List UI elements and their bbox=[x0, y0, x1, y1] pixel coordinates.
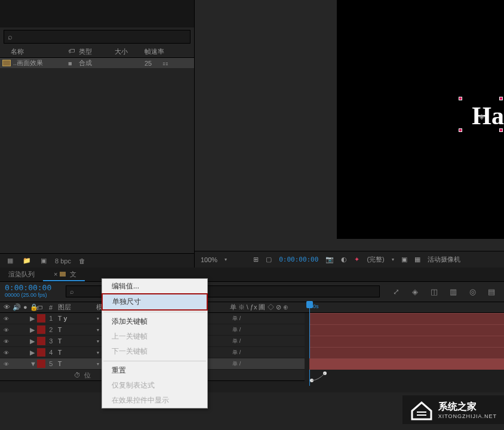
name-column[interactable]: 图层 bbox=[56, 303, 91, 312]
tab-render-queue[interactable]: 渲染队列 bbox=[0, 268, 43, 281]
item-fps: 25 bbox=[145, 60, 162, 67]
watermark-url: XITONGZHIJIA.NET bbox=[438, 413, 497, 419]
number-column[interactable]: # bbox=[46, 304, 55, 311]
new-comp-button[interactable]: ▣ bbox=[38, 256, 49, 266]
layer-switches[interactable]: 单 / bbox=[229, 349, 305, 357]
layer-number: 2 bbox=[47, 326, 56, 333]
video-column-icon[interactable]: 👁 bbox=[4, 303, 10, 311]
close-icon[interactable]: × bbox=[54, 271, 57, 278]
timeline-timecode[interactable]: 0:00:00:00 bbox=[5, 283, 57, 292]
project-footer: ▦ 📁 ▣ 8 bpc 🗑 bbox=[0, 253, 194, 268]
composition-panel: Ha 100% ▾ ⊞ ▢ 0:00:00:00 📷 ◐ ✦ (完整) ▾ ▣ … bbox=[195, 0, 504, 268]
new-folder-button[interactable]: 📁 bbox=[21, 256, 32, 266]
visibility-toggle[interactable] bbox=[4, 315, 11, 322]
twirl-arrow-icon[interactable]: ▶ bbox=[30, 337, 36, 345]
tab-composition[interactable]: × 文 bbox=[43, 268, 85, 281]
layer-bar[interactable] bbox=[309, 358, 504, 370]
current-time-display[interactable]: 0:00:00:00 bbox=[279, 256, 318, 263]
visibility-toggle[interactable] bbox=[4, 326, 11, 333]
zoom-dropdown[interactable]: 100% bbox=[201, 256, 217, 263]
col-type[interactable]: 类型 bbox=[79, 47, 115, 56]
hide-shy-icon[interactable]: ◫ bbox=[429, 287, 440, 297]
layer-bar[interactable] bbox=[309, 336, 504, 347]
composition-viewer[interactable]: Ha bbox=[337, 0, 504, 239]
layer-type-icon: T bbox=[56, 315, 64, 322]
label-column-icon[interactable]: 🏷 bbox=[36, 304, 46, 311]
search-input[interactable] bbox=[4, 30, 190, 44]
twirl-arrow-icon[interactable]: ▶ bbox=[30, 349, 36, 357]
transparency-grid-icon[interactable]: ▦ bbox=[414, 256, 420, 263]
menu-separate-dimensions[interactable]: 单独尺寸 bbox=[102, 293, 208, 311]
layer-number: 1 bbox=[47, 315, 56, 322]
layer-bar[interactable] bbox=[309, 324, 504, 336]
resolution-dropdown[interactable]: (完整) bbox=[367, 255, 384, 264]
layer-switches[interactable]: 单 / bbox=[229, 337, 305, 345]
toggle-guides-icon[interactable]: ▢ bbox=[266, 256, 272, 263]
col-tag-icon[interactable]: 🏷 bbox=[68, 47, 79, 56]
visibility-toggle[interactable] bbox=[4, 360, 11, 367]
camera-dropdown[interactable]: 活动摄像机 bbox=[428, 255, 460, 264]
visibility-toggle[interactable] bbox=[4, 349, 11, 356]
flowchart-icon[interactable]: ⚏ bbox=[162, 59, 168, 67]
time-ruler[interactable]: 0s bbox=[305, 302, 504, 313]
layer-switches[interactable]: 单 / bbox=[229, 360, 305, 368]
layer-bar[interactable] bbox=[309, 347, 504, 358]
roi-icon[interactable]: ▣ bbox=[401, 256, 407, 263]
watermark-logo-icon bbox=[410, 399, 434, 420]
motion-blur-icon[interactable]: ◎ bbox=[467, 287, 478, 297]
comp-mini-flowchart-icon[interactable]: ⤢ bbox=[391, 287, 401, 297]
anchor-point-icon[interactable] bbox=[479, 112, 486, 119]
menu-edit-value[interactable]: 编辑值... bbox=[102, 279, 207, 294]
layer-switches[interactable]: 单 / bbox=[229, 315, 305, 322]
selection-handle[interactable] bbox=[459, 97, 462, 100]
switches-column: 单 ※ \ ƒx 圃 ◇ ⊘ ⊕ bbox=[230, 303, 305, 312]
context-menu: 编辑值... 单独尺寸 添加关键帧 上一关键帧 下一关键帧 重置 仅复制表达式 … bbox=[102, 278, 208, 408]
layer-name[interactable]: y bbox=[64, 315, 90, 322]
layer-label[interactable] bbox=[37, 360, 45, 368]
stopwatch-icon[interactable]: ⏱ bbox=[74, 371, 81, 379]
property-name: 位 bbox=[84, 371, 91, 380]
watermark: 系统之家 XITONGZHIJIA.NET bbox=[402, 395, 504, 424]
menu-add-keyframe[interactable]: 添加关键帧 bbox=[102, 314, 207, 329]
menu-copy-expression: 仅复制表达式 bbox=[102, 378, 207, 393]
menu-next-keyframe: 下一关键帧 bbox=[102, 344, 207, 359]
draft-3d-icon[interactable]: ◈ bbox=[410, 287, 420, 297]
item-type: 合成 bbox=[79, 59, 115, 67]
audio-column-icon[interactable]: 🔊 bbox=[13, 303, 21, 311]
interpret-footage-button[interactable]: ▦ bbox=[5, 256, 16, 266]
keyframe-curve-icon[interactable] bbox=[309, 371, 327, 383]
color-mgmt-icon[interactable]: ✦ bbox=[354, 256, 359, 263]
twirl-arrow-icon[interactable]: ▶ bbox=[30, 315, 36, 322]
menu-reveal-effect: 在效果控件中显示 bbox=[102, 393, 207, 408]
twirl-arrow-icon[interactable]: ▶ bbox=[30, 326, 36, 334]
project-item[interactable]: ..画面效果 ■ 合成 25 ⚏ bbox=[0, 58, 194, 68]
selection-handle[interactable] bbox=[499, 97, 503, 100]
col-name[interactable]: 名称 bbox=[2, 47, 68, 56]
project-column-headers: 名称 🏷 类型 大小 帧速率 bbox=[0, 46, 194, 58]
col-size[interactable]: 大小 bbox=[115, 47, 145, 56]
layer-label[interactable] bbox=[37, 314, 45, 322]
layer-switches[interactable]: 单 / bbox=[229, 326, 305, 334]
delete-button[interactable]: 🗑 bbox=[77, 256, 88, 266]
graph-editor-icon[interactable]: ▤ bbox=[486, 287, 497, 297]
toggle-grid-icon[interactable]: ⊞ bbox=[253, 256, 259, 263]
layer-type-icon: T bbox=[56, 326, 64, 333]
solo-column-icon[interactable]: ● bbox=[23, 303, 27, 311]
visibility-toggle[interactable] bbox=[4, 337, 11, 345]
layer-bar[interactable] bbox=[309, 313, 504, 324]
selection-handle[interactable] bbox=[459, 128, 462, 132]
twirl-arrow-icon[interactable]: ▼ bbox=[30, 360, 36, 367]
snapshot-icon[interactable]: 📷 bbox=[325, 256, 334, 263]
menu-prev-keyframe: 上一关键帧 bbox=[102, 329, 207, 344]
col-fps[interactable]: 帧速率 bbox=[145, 47, 174, 56]
layer-label[interactable] bbox=[37, 325, 45, 334]
layer-label[interactable] bbox=[37, 337, 45, 345]
text-layer-preview[interactable]: Ha bbox=[472, 102, 504, 130]
timeline-track-area[interactable]: 0s bbox=[305, 302, 504, 392]
bpc-display[interactable]: 8 bpc bbox=[55, 257, 71, 265]
show-channel-icon[interactable]: ◐ bbox=[341, 256, 347, 263]
menu-reset[interactable]: 重置 bbox=[102, 363, 207, 378]
layer-label[interactable] bbox=[37, 348, 45, 357]
frame-blend-icon[interactable]: ▥ bbox=[448, 287, 459, 297]
item-name: ..画面效果 bbox=[13, 59, 68, 67]
